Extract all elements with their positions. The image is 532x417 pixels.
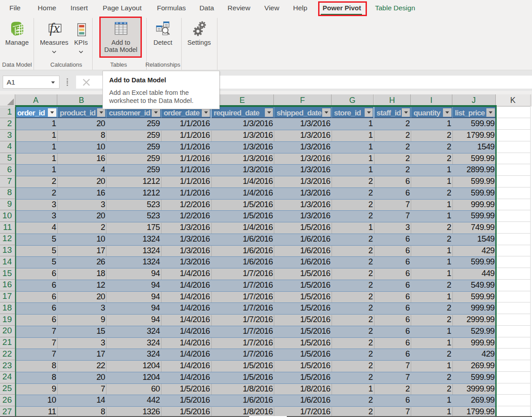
- svg-text:fx: fx: [50, 20, 60, 36]
